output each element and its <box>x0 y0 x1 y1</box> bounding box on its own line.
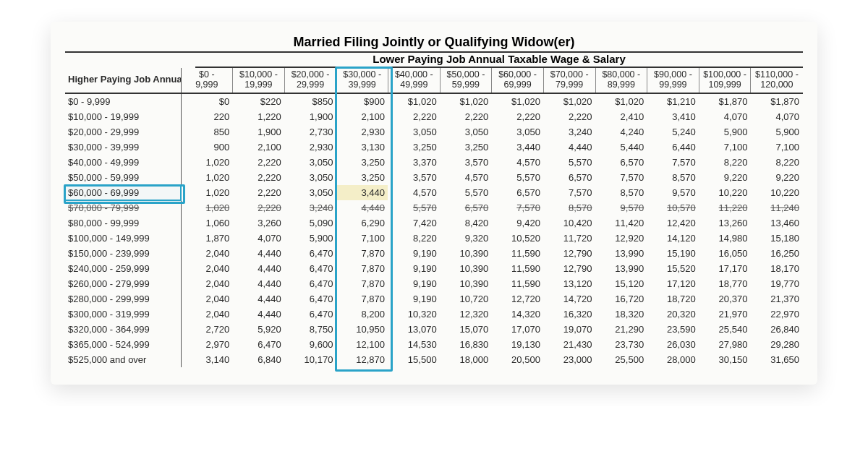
cell: 19,070 <box>543 322 595 337</box>
cell: 12,790 <box>543 246 595 261</box>
cell: 12,420 <box>647 215 699 231</box>
cell: 16,830 <box>440 337 492 352</box>
cell: 9,190 <box>388 261 441 276</box>
cell: 26,840 <box>751 322 803 337</box>
cell: 21,370 <box>751 291 803 307</box>
cell: 4,070 <box>699 109 751 124</box>
cell: 17,070 <box>492 322 544 337</box>
cell: 25,500 <box>595 352 647 367</box>
cell: 3,260 <box>233 215 285 231</box>
cell: 18,770 <box>699 276 751 291</box>
cell: 5,900 <box>751 124 803 140</box>
cell: 2,220 <box>492 109 544 124</box>
cell: 11,720 <box>543 231 595 246</box>
tax-table-card: Married Filing Jointly or Qualifying Wid… <box>51 22 817 385</box>
cell: 11,240 <box>751 200 803 215</box>
table-row: $280,000 - 299,9992,0404,4406,4707,8709,… <box>65 291 803 307</box>
cell: 8,220 <box>388 231 441 246</box>
cell: 11,420 <box>595 215 647 231</box>
cell: 2,220 <box>440 109 492 124</box>
cell: $1,020 <box>492 93 544 109</box>
cell: 1,900 <box>284 109 336 124</box>
cell: 5,440 <box>595 140 647 155</box>
cell: 15,520 <box>647 261 699 276</box>
cell: 3,050 <box>492 124 544 140</box>
cell: 2,100 <box>233 140 285 155</box>
row-axis-label: Higher Paying Job Annual Taxable Wage & … <box>65 68 181 93</box>
row-label: $30,000 - 39,999 <box>65 140 181 155</box>
cell: 2,720 <box>181 322 233 337</box>
cell: 4,240 <box>595 124 647 140</box>
cell: 26,030 <box>647 337 699 352</box>
row-label: $50,000 - 59,999 <box>65 170 181 185</box>
cell: 3,240 <box>284 200 336 215</box>
cell: 3,570 <box>440 155 492 170</box>
cell: 220 <box>181 109 233 124</box>
column-header: $110,000 -120,000 <box>751 68 803 93</box>
row-label: $260,000 - 279,999 <box>65 276 181 291</box>
column-header: $0 -9,999 <box>181 68 233 93</box>
cell: 4,070 <box>233 231 285 246</box>
cell: 7,570 <box>595 170 647 185</box>
cell: 27,980 <box>699 337 751 352</box>
cell: 6,470 <box>233 337 285 352</box>
table-row: $40,000 - 49,9991,0202,2203,0503,2503,37… <box>65 155 803 170</box>
cell: $1,020 <box>440 93 492 109</box>
cell: 1,020 <box>181 155 233 170</box>
cell: $1,020 <box>388 93 441 109</box>
cell: 12,790 <box>543 261 595 276</box>
column-header: $70,000 -79,999 <box>543 68 595 93</box>
cell: 9,190 <box>388 246 441 261</box>
cell: 6,570 <box>543 170 595 185</box>
cell: 13,260 <box>699 215 751 231</box>
cell: 7,570 <box>543 185 595 200</box>
table-row: $80,000 - 99,9991,0603,2605,0906,2907,42… <box>65 215 803 231</box>
column-header: $50,000 -59,999 <box>440 68 492 93</box>
cell: 6,570 <box>440 200 492 215</box>
cell: 10,170 <box>284 352 336 367</box>
cell: $850 <box>284 93 336 109</box>
cell: 12,720 <box>492 291 544 307</box>
row-label: $0 - 9,999 <box>65 93 181 109</box>
cell: 30,150 <box>699 352 751 367</box>
row-label: $80,000 - 99,999 <box>65 215 181 231</box>
cell: $1,020 <box>543 93 595 109</box>
cell: 5,900 <box>699 124 751 140</box>
column-header: $10,000 -19,999 <box>233 68 285 93</box>
cell: 14,320 <box>492 307 544 322</box>
cell: 23,590 <box>647 322 699 337</box>
cell: 12,100 <box>336 337 388 352</box>
cell: 21,970 <box>699 307 751 322</box>
cell: 12,870 <box>336 352 388 367</box>
cell: 17,120 <box>647 276 699 291</box>
cell: 10,220 <box>699 185 751 200</box>
cell: 11,220 <box>699 200 751 215</box>
cell: 2,410 <box>595 109 647 124</box>
cell: 4,570 <box>388 185 441 200</box>
cell: 3,130 <box>336 140 388 155</box>
cell: 3,240 <box>543 124 595 140</box>
cell: 15,180 <box>751 231 803 246</box>
column-header: $60,000 -69,999 <box>492 68 544 93</box>
row-label: $525,000 and over <box>65 352 181 367</box>
cell: 3,410 <box>647 109 699 124</box>
cell: 25,540 <box>699 322 751 337</box>
cell: $220 <box>233 93 285 109</box>
row-label: $70,000 - 79,999 <box>65 200 181 215</box>
cell: 3,250 <box>336 155 388 170</box>
cell: 2,040 <box>181 291 233 307</box>
cell: 4,570 <box>440 170 492 185</box>
cell: 10,950 <box>336 322 388 337</box>
cell: 6,440 <box>647 140 699 155</box>
cell: 15,070 <box>440 322 492 337</box>
table-row: $365,000 - 524,9992,9706,4709,60012,1001… <box>65 337 803 352</box>
cell: 12,320 <box>440 307 492 322</box>
table-row: $30,000 - 39,9999002,1002,9303,1303,2503… <box>65 140 803 155</box>
cell: 10,390 <box>440 261 492 276</box>
cell: $1,210 <box>647 93 699 109</box>
cell: 1,900 <box>233 124 285 140</box>
cell: 2,040 <box>181 261 233 276</box>
cell: 11,590 <box>492 276 544 291</box>
cell: 5,570 <box>440 185 492 200</box>
cell: 4,440 <box>336 200 388 215</box>
